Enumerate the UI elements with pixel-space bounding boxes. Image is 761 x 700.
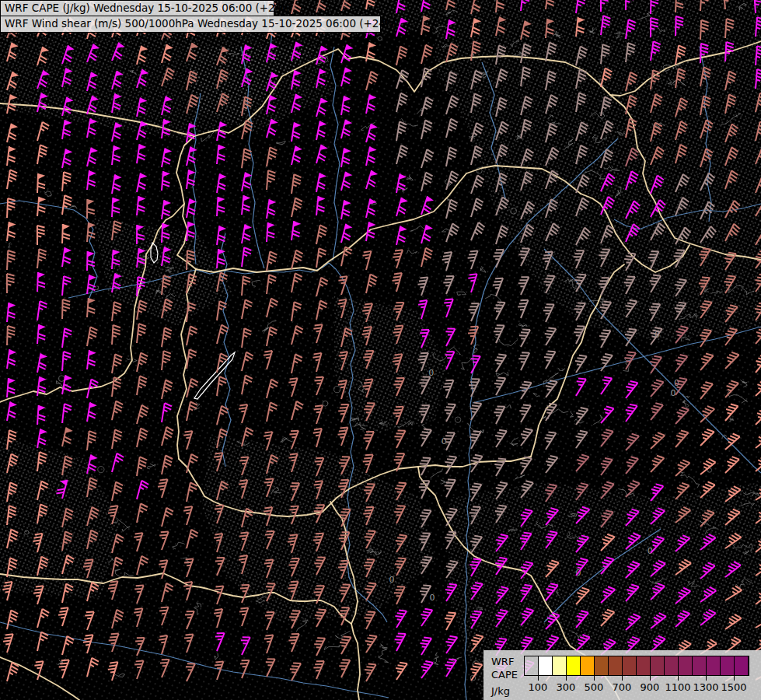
legend-label-unit: J/kg: [491, 686, 510, 696]
legend-color-cell: [707, 656, 721, 675]
legend-color-cell: [567, 656, 581, 675]
legend-color-cell: [651, 656, 665, 675]
title-box: WRF CAPE (J/kg) Wednesday 15-10-2025 06:…: [0, 0, 381, 33]
legend-color-cell: [595, 656, 609, 675]
legend-color-cell: [665, 656, 679, 675]
svg-text:0: 0: [389, 575, 395, 585]
svg-text:0: 0: [429, 593, 435, 603]
legend-color-cell: [553, 656, 567, 675]
legend-tick: [538, 676, 539, 681]
legend-color-cell: [693, 656, 707, 675]
legend-color-cell: [721, 656, 735, 675]
map-canvas: 000000000: [0, 0, 761, 700]
legend-tick: [650, 676, 651, 681]
svg-text:0: 0: [674, 378, 679, 388]
weather-map-stage: 000000000 WRF CAPE (J/kg) Wednesday 15-1…: [0, 0, 761, 700]
legend-color-cell: [735, 656, 749, 675]
legend-label-cape: CAPE: [491, 670, 518, 680]
legend-color-cell: [609, 656, 623, 675]
legend-color-cell: [623, 656, 637, 675]
legend-color-cell: [581, 656, 595, 675]
legend-tick: [566, 676, 567, 681]
legend-tick: [706, 676, 707, 681]
legend-color-cell: [525, 656, 539, 675]
title-line-shear: WRF Wind shear (m/s) 500/1000hPa Wednesd…: [0, 16, 381, 33]
svg-text:0: 0: [670, 388, 675, 398]
legend-tick: [734, 676, 735, 681]
title-line-cape: WRF CAPE (J/kg) Wednesday 15-10-2025 06:…: [0, 0, 274, 16]
legend-label-wrf: WRF: [491, 656, 514, 667]
legend-tick: [594, 676, 595, 681]
cape-legend-panel: WRF CAPE J/kg 10030050070090011001300150…: [483, 650, 761, 700]
legend-tick: [678, 676, 679, 681]
legend-tick-label: 1500: [717, 681, 751, 693]
legend-color-cell: [637, 656, 651, 675]
legend-color-cell: [679, 656, 693, 675]
legend-colorbar: [524, 656, 749, 676]
legend-tick: [622, 676, 623, 681]
legend-color-cell: [539, 656, 553, 675]
